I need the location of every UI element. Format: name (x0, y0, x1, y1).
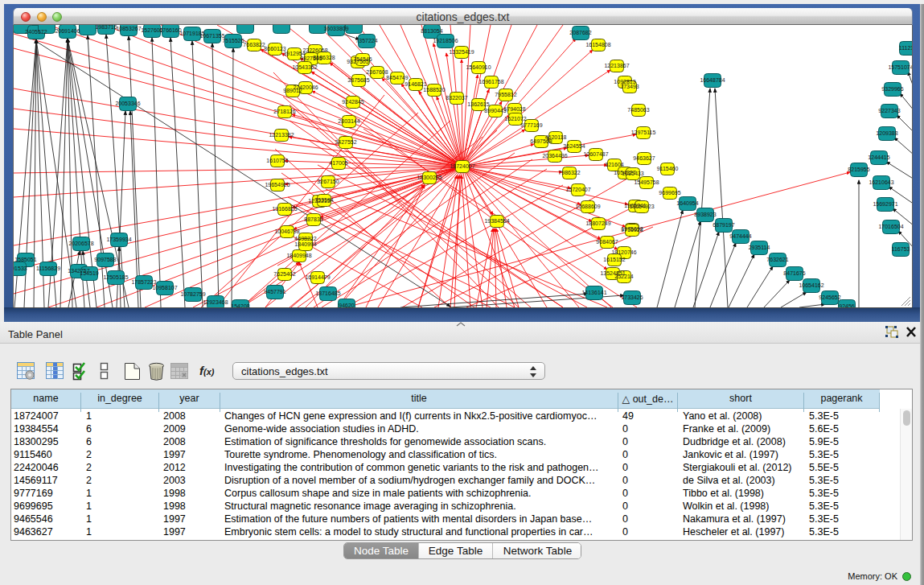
svg-text:19166825: 19166825 (272, 206, 297, 212)
svg-text:3624554: 3624554 (563, 143, 585, 149)
svg-text:9115460: 9115460 (657, 166, 679, 171)
svg-text:1610755: 1610755 (266, 158, 288, 163)
svg-text:92456: 92456 (839, 303, 855, 307)
svg-text:2803144: 2803144 (338, 118, 359, 124)
svg-text:3267150: 3267150 (317, 179, 339, 184)
svg-text:19654923: 19654923 (629, 204, 654, 209)
svg-text:2087682: 2087682 (569, 30, 591, 35)
svg-text:754546: 754546 (353, 56, 372, 62)
svg-text:4498222: 4498222 (294, 236, 316, 241)
svg-text:19384554: 19384554 (484, 218, 509, 224)
svg-text:20364436: 20364436 (542, 153, 567, 159)
svg-text:10607487: 10607487 (583, 151, 608, 157)
svg-text:12213382: 12213382 (269, 132, 294, 138)
svg-text:887833: 887833 (304, 216, 322, 222)
svg-text:16914479: 16914479 (305, 274, 330, 280)
svg-text:18807249: 18807249 (585, 220, 610, 226)
svg-text:15720407: 15720407 (565, 187, 590, 192)
svg-text:16961758: 16961758 (478, 79, 503, 84)
svg-text:9245652: 9245652 (819, 295, 840, 300)
svg-text:12923468: 12923468 (203, 299, 228, 305)
svg-text:15495758: 15495758 (634, 179, 659, 185)
svg-text:154208: 154208 (231, 303, 249, 307)
svg-text:9329966: 9329966 (881, 86, 903, 92)
svg-text:1640954: 1640954 (676, 200, 698, 206)
svg-text:12505185: 12505185 (103, 274, 128, 280)
svg-text:23226058: 23226058 (302, 47, 327, 53)
svg-text:10671355: 10671355 (199, 33, 224, 39)
svg-text:8322037: 8322037 (446, 95, 467, 101)
svg-text:111213: 111213 (899, 45, 912, 51)
svg-text:1983716: 1983716 (95, 25, 117, 30)
svg-text:15692971: 15692971 (873, 201, 897, 207)
svg-text:6766160: 6766160 (159, 27, 181, 33)
svg-text:8471676: 8471676 (783, 270, 805, 276)
svg-text:17016504: 17016504 (878, 224, 903, 229)
svg-text:8454749: 8454749 (386, 75, 408, 80)
svg-text:8215955: 8215955 (848, 167, 869, 172)
svg-text:252214: 252214 (614, 274, 633, 279)
svg-text:7955812: 7955812 (495, 92, 516, 97)
svg-text:94620: 94620 (339, 303, 355, 307)
svg-text:10958107: 10958107 (152, 285, 177, 290)
svg-text:18120746: 18120746 (611, 249, 636, 255)
svg-text:753594: 753594 (314, 197, 333, 203)
svg-text:1840994: 1840994 (294, 241, 316, 247)
svg-text:621604: 621604 (605, 162, 623, 167)
svg-text:116753: 116753 (892, 246, 910, 252)
svg-text:16154808: 16154808 (585, 42, 610, 47)
svg-text:10853267: 10853267 (116, 26, 141, 31)
svg-text:16210643: 16210643 (869, 179, 893, 185)
svg-text:773493: 773493 (620, 84, 639, 89)
svg-text:9777169: 9777169 (520, 122, 542, 128)
svg-text:17857223: 17857223 (131, 279, 156, 285)
svg-text:9474444: 9474444 (729, 233, 751, 239)
svg-text:2367608: 2367608 (366, 69, 388, 75)
svg-text:13325419: 13325419 (449, 49, 474, 55)
svg-text:11156829: 11156829 (36, 266, 60, 271)
svg-text:19654925: 19654925 (265, 182, 290, 187)
svg-text:1615152: 1615152 (603, 257, 625, 262)
svg-text:9097588: 9097588 (94, 257, 116, 262)
svg-text:19218506: 19218506 (433, 38, 458, 43)
svg-text:14136141: 14136141 (581, 290, 606, 295)
svg-text:15751074: 15751074 (888, 64, 912, 70)
svg-text:7485063: 7485063 (627, 107, 649, 113)
svg-text:1025433: 1025433 (622, 171, 643, 176)
svg-text:8186328: 8186328 (313, 55, 335, 60)
svg-text:1209388: 1209388 (876, 130, 897, 136)
svg-text:7625402: 7625402 (273, 271, 295, 277)
svg-text:9146821: 9146821 (405, 81, 426, 87)
svg-text:7357224: 7357224 (355, 38, 377, 43)
svg-text:1588520: 1588520 (423, 87, 445, 93)
svg-text:18724007: 18724007 (450, 163, 474, 169)
svg-text:1621072: 1621072 (504, 116, 526, 122)
svg-text:417005: 417005 (329, 160, 347, 166)
svg-text:9699695: 9699695 (659, 190, 680, 196)
svg-text:391533: 391533 (14, 266, 27, 271)
svg-text:13716485: 13716485 (315, 290, 340, 296)
svg-text:12975115: 12975115 (631, 130, 656, 135)
svg-text:7632621: 7632621 (766, 257, 788, 262)
svg-text:7515526: 7515526 (222, 38, 244, 43)
svg-text:20691406: 20691406 (55, 28, 80, 34)
svg-text:18300295: 18300295 (417, 175, 441, 180)
svg-text:6794028: 6794028 (503, 106, 525, 112)
svg-text:8938923: 8938923 (694, 212, 716, 217)
svg-text:9756928: 9756928 (621, 227, 643, 233)
svg-text:9242845: 9242845 (342, 99, 363, 105)
svg-text:4620118: 4620118 (545, 134, 567, 140)
svg-text:1244415: 1244415 (868, 154, 889, 160)
svg-text:989012: 989012 (283, 88, 302, 93)
svg-text:12213867: 12213867 (604, 63, 629, 68)
svg-text:18409948: 18409948 (286, 253, 311, 258)
svg-text:20206578: 20206578 (68, 241, 93, 246)
svg-text:10046798: 10046798 (274, 229, 299, 234)
svg-text:1585051: 1585051 (14, 257, 36, 262)
svg-text:7986322: 7986322 (558, 170, 580, 175)
svg-text:3427552: 3427552 (335, 139, 356, 145)
svg-text:10782759: 10782759 (180, 291, 205, 297)
svg-text:2405572: 2405572 (25, 29, 47, 35)
svg-text:15640910: 15640910 (466, 64, 491, 70)
svg-text:9463627: 9463627 (633, 155, 655, 161)
